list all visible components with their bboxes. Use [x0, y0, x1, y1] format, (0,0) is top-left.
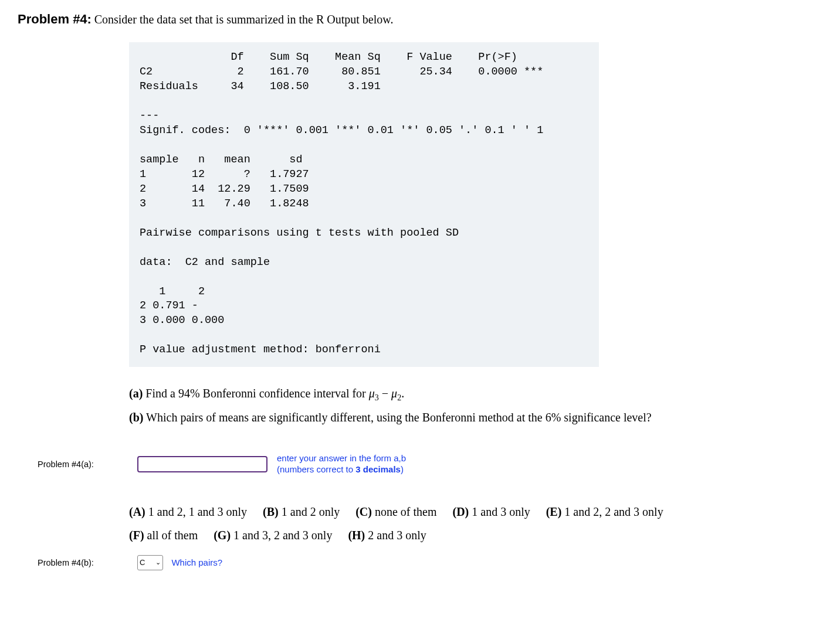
- data-line: data: C2 and sample: [140, 256, 270, 268]
- anova-row-c2: C2 2 161.70 80.851 25.34 0.0000 ***: [140, 66, 543, 78]
- questions-block: (a) Find a 94% Bonferonni confidence int…: [129, 383, 822, 427]
- option-g-letter: (G): [214, 529, 231, 542]
- hint-line2-bold: 3 decimals: [355, 464, 401, 474]
- mu2: μ: [391, 387, 397, 400]
- answer-b-select[interactable]: C ⌄: [137, 555, 163, 570]
- separator: ---: [140, 110, 159, 122]
- answer-a-label: Problem #4(a):: [18, 460, 137, 469]
- pw-header: 1 2: [140, 285, 205, 298]
- sample-header: sample n mean sd: [140, 154, 303, 166]
- signif-codes: Signif. codes: 0 '***' 0.001 '**' 0.01 '…: [140, 124, 543, 137]
- option-b: (B) 1 and 2 only: [263, 505, 340, 518]
- option-c-letter: (C): [355, 505, 372, 518]
- option-d-letter: (D): [452, 505, 469, 518]
- problem-label: Problem #4:: [18, 12, 92, 26]
- select-value: C: [140, 558, 145, 567]
- mu3: μ: [369, 387, 375, 400]
- option-h: (H) 2 and 3 only: [348, 529, 426, 542]
- mc-options: (A) 1 and 2, 1 and 3 only (B) 1 and 2 on…: [129, 500, 822, 547]
- answer-row-a: Problem #4(a): enter your answer in the …: [18, 453, 822, 475]
- question-b-label: (b): [129, 411, 143, 424]
- pw-row-2: 2 0.791 -: [140, 300, 198, 312]
- adjust-method: P value adjustment method: bonferroni: [140, 343, 381, 356]
- question-a-period: .: [401, 387, 404, 400]
- mu3-sub: 3: [375, 393, 379, 402]
- anova-header: Df Sum Sq Mean Sq F Value Pr(>F): [140, 51, 517, 63]
- question-b: (b) Which pairs of means are significant…: [129, 407, 822, 427]
- pairwise-heading: Pairwise comparisons using t tests with …: [140, 227, 459, 239]
- option-f: (F) all of them: [129, 529, 198, 542]
- minus: −: [379, 387, 391, 400]
- option-g-text: 1 and 3, 2 and 3 only: [233, 529, 332, 542]
- question-a: (a) Find a 94% Bonferonni confidence int…: [129, 383, 822, 405]
- problem-header: Problem #4: Consider the data set that i…: [18, 12, 822, 27]
- answer-a-hint: enter your answer in the form a,b (numbe…: [277, 453, 406, 475]
- option-d: (D) 1 and 3 only: [452, 505, 530, 518]
- option-f-letter: (F): [129, 529, 144, 542]
- option-f-text: all of them: [147, 529, 198, 542]
- option-h-text: 2 and 3 only: [368, 529, 426, 542]
- which-pairs-label: Which pairs?: [171, 557, 222, 567]
- option-c: (C) none of them: [355, 505, 436, 518]
- r-output-block: Df Sum Sq Mean Sq F Value Pr(>F) C2 2 16…: [129, 42, 599, 367]
- option-h-letter: (H): [348, 529, 365, 542]
- pw-row-3: 3 0.000 0.000: [140, 314, 224, 326]
- sample-row-1: 1 12 ? 1.7927: [140, 168, 309, 181]
- option-g: (G) 1 and 3, 2 and 3 only: [214, 529, 332, 542]
- option-e-letter: (E): [546, 505, 562, 518]
- sample-row-3: 3 11 7.40 1.8248: [140, 198, 309, 210]
- problem-prompt: Consider the data set that is summarized…: [94, 13, 394, 26]
- option-d-text: 1 and 3 only: [472, 505, 530, 518]
- option-a: (A) 1 and 2, 1 and 3 only: [129, 505, 247, 518]
- hint-line1: enter your answer in the form a,b: [277, 453, 406, 463]
- anova-row-residuals: Residuals 34 108.50 3.191: [140, 80, 381, 93]
- question-a-label: (a): [129, 387, 143, 400]
- sample-row-2: 2 14 12.29 1.7509: [140, 183, 309, 195]
- question-a-text: Find a 94% Bonferonni confidence interva…: [145, 387, 368, 400]
- option-b-letter: (B): [263, 505, 279, 518]
- chevron-down-icon: ⌄: [155, 559, 161, 566]
- hint-line2-post: ): [401, 464, 404, 474]
- option-e-text: 1 and 2, 2 and 3 only: [564, 505, 663, 518]
- option-b-text: 1 and 2 only: [282, 505, 340, 518]
- hint-line2-pre: (numbers correct to: [277, 464, 355, 474]
- option-a-text: 1 and 2, 1 and 3 only: [148, 505, 247, 518]
- option-c-text: none of them: [375, 505, 437, 518]
- question-b-text: Which pairs of means are significantly d…: [146, 411, 652, 424]
- answer-a-input[interactable]: [137, 456, 267, 472]
- answer-b-label: Problem #4(b):: [18, 558, 137, 567]
- option-e: (E) 1 and 2, 2 and 3 only: [546, 505, 663, 518]
- answer-row-b: Problem #4(b): C ⌄ Which pairs?: [18, 555, 822, 570]
- option-a-letter: (A): [129, 505, 145, 518]
